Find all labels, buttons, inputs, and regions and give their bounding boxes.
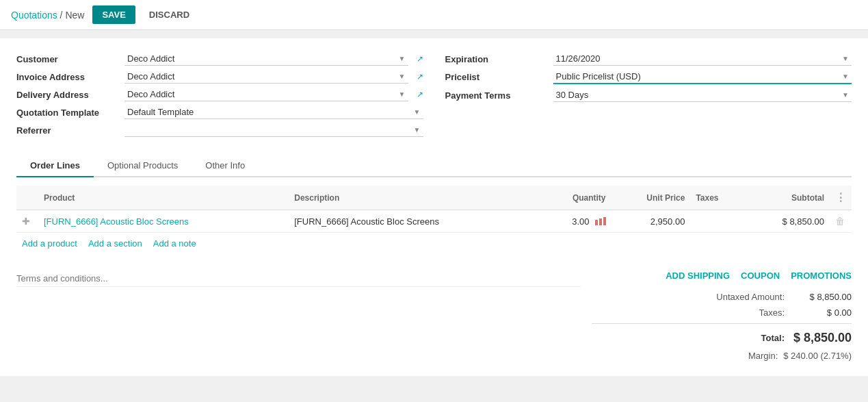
drag-handle-icon[interactable]: ✚ <box>22 216 30 227</box>
taxes-row: Taxes: $ 0.00 <box>592 305 852 321</box>
delivery-address-input[interactable]: Deco Addict <box>124 88 396 101</box>
terms-input[interactable] <box>16 271 581 287</box>
total-row: Total: $ 8,850.00 <box>592 327 852 349</box>
discard-button[interactable]: DISCARD <box>144 5 195 24</box>
row-quantity: 3.00 <box>540 210 611 233</box>
quotation-template-input[interactable]: Default Template <box>124 105 411 118</box>
add-note-link[interactable]: Add a note <box>153 238 196 249</box>
payment-terms-label: Payment Terms <box>445 90 548 101</box>
forecast-icon[interactable] <box>595 217 606 225</box>
payment-terms-dropdown-arrow: ▼ <box>839 91 852 99</box>
margin-value: $ 240.00 (2.71%) <box>783 351 852 361</box>
delivery-address-external-link[interactable]: ↗ <box>417 90 423 99</box>
promotions-link[interactable]: PROMOTIONS <box>791 271 852 281</box>
total-label: Total: <box>689 333 785 343</box>
payment-terms-field[interactable]: 30 Days ▼ <box>553 88 852 102</box>
totals-divider <box>592 323 852 324</box>
add-row-links: Add a product Add a section Add a note <box>16 233 852 254</box>
table-row: ✚ [FURN_6666] Acoustic Bloc Screens [FUR… <box>16 210 852 233</box>
invoice-address-dropdown-arrow: ▼ <box>396 73 408 80</box>
row-unit-price[interactable]: 2,950.00 <box>611 210 691 233</box>
row-drag-handle[interactable]: ✚ <box>16 210 38 233</box>
pricelist-input[interactable]: Public Pricelist (USD) <box>553 70 840 83</box>
svg-rect-1 <box>599 218 602 225</box>
quotation-template-field[interactable]: Default Template ▼ <box>124 105 423 119</box>
bottom-section: ADD SHIPPING COUPON PROMOTIONS Untaxed A… <box>16 271 852 362</box>
add-section-link[interactable]: Add a section <box>88 238 142 249</box>
tab-order-lines[interactable]: Order Lines <box>16 155 94 177</box>
customer-label: Customer <box>16 54 119 64</box>
pricelist-field[interactable]: Public Pricelist (USD) ▼ <box>553 70 852 84</box>
col-description-header: Description <box>289 186 539 210</box>
pricelist-label: Pricelist <box>445 72 548 82</box>
quantity-value: 3.00 <box>572 216 589 227</box>
col-subtotal-header: Subtotal <box>744 186 830 210</box>
col-drag <box>16 186 38 210</box>
tab-optional-products[interactable]: Optional Products <box>94 155 192 177</box>
order-lines-table: Product Description Quantity Unit Price … <box>16 186 852 233</box>
delete-row-icon[interactable]: 🗑 <box>835 216 845 227</box>
row-delete[interactable]: 🗑 <box>830 210 852 233</box>
quotation-template-dropdown-arrow: ▼ <box>411 108 423 116</box>
svg-rect-2 <box>603 217 606 225</box>
delivery-address-label: Delivery Address <box>16 90 119 100</box>
payment-terms-input[interactable]: 30 Days <box>553 88 840 101</box>
untaxed-amount-label: Untaxed Amount: <box>689 292 785 302</box>
row-product[interactable]: [FURN_6666] Acoustic Bloc Screens <box>38 210 289 233</box>
referrer-field[interactable]: ▼ <box>124 123 423 137</box>
expiration-label: Expiration <box>445 54 548 64</box>
row-subtotal: $ 8,850.00 <box>744 210 830 233</box>
quotation-template-label: Quotation Template <box>16 108 119 118</box>
add-shipping-link[interactable]: ADD SHIPPING <box>666 271 730 281</box>
save-button[interactable]: SAVE <box>92 5 135 24</box>
tab-other-info[interactable]: Other Info <box>192 155 259 177</box>
breadcrumb-quotations[interactable]: Quotations <box>11 10 57 21</box>
breadcrumb-current: New <box>65 10 84 21</box>
margin-label: Margin: <box>682 351 778 361</box>
customer-input[interactable]: Deco Addict <box>124 52 396 65</box>
margin-row: Margin: $ 240.00 (2.71%) <box>592 349 852 362</box>
coupon-link[interactable]: COUPON <box>741 271 780 281</box>
referrer-dropdown-arrow: ▼ <box>411 126 423 134</box>
delivery-address-dropdown-arrow: ▼ <box>396 90 408 98</box>
terms-box <box>16 271 581 362</box>
taxes-value: $ 0.00 <box>790 307 852 318</box>
col-unit-price-header: Unit Price <box>611 186 691 210</box>
invoice-address-input[interactable]: Deco Addict <box>124 70 396 83</box>
untaxed-amount-row: Untaxed Amount: $ 8,850.00 <box>592 289 852 305</box>
expiration-dropdown-arrow: ▼ <box>839 55 852 62</box>
action-links: ADD SHIPPING COUPON PROMOTIONS <box>592 271 852 281</box>
customer-dropdown-arrow: ▼ <box>396 55 408 62</box>
col-product-header: Product <box>38 186 289 210</box>
delivery-address-field[interactable]: Deco Addict ▼ <box>124 88 408 101</box>
row-description[interactable]: [FURN_6666] Acoustic Bloc Screens <box>289 210 539 233</box>
totals-section: ADD SHIPPING COUPON PROMOTIONS Untaxed A… <box>592 271 852 362</box>
customer-field[interactable]: Deco Addict ▼ <box>124 52 408 66</box>
total-value: $ 8,850.00 <box>790 331 852 345</box>
col-taxes-header: Taxes <box>690 186 744 210</box>
invoice-address-field[interactable]: Deco Addict ▼ <box>124 70 408 84</box>
taxes-label: Taxes: <box>689 307 785 318</box>
row-taxes[interactable] <box>690 210 744 233</box>
column-options-icon[interactable]: ⋮ <box>835 192 846 203</box>
customer-external-link[interactable]: ↗ <box>417 54 423 64</box>
tab-bar: Order Lines Optional Products Other Info <box>16 155 852 177</box>
referrer-label: Referrer <box>16 125 119 136</box>
col-quantity-header: Quantity <box>540 186 611 210</box>
breadcrumb: Quotations / New <box>11 10 84 21</box>
invoice-address-external-link[interactable]: ↗ <box>417 72 423 81</box>
untaxed-amount-value: $ 8,850.00 <box>790 292 852 302</box>
expiration-field[interactable]: 11/26/2020 ▼ <box>553 52 852 66</box>
add-product-link[interactable]: Add a product <box>22 238 77 249</box>
referrer-input[interactable] <box>124 123 411 136</box>
col-options-header: ⋮ <box>830 186 852 210</box>
svg-rect-0 <box>595 220 598 225</box>
invoice-address-label: Invoice Address <box>16 72 119 82</box>
expiration-input[interactable]: 11/26/2020 <box>553 52 840 65</box>
pricelist-dropdown-arrow: ▼ <box>839 73 852 80</box>
